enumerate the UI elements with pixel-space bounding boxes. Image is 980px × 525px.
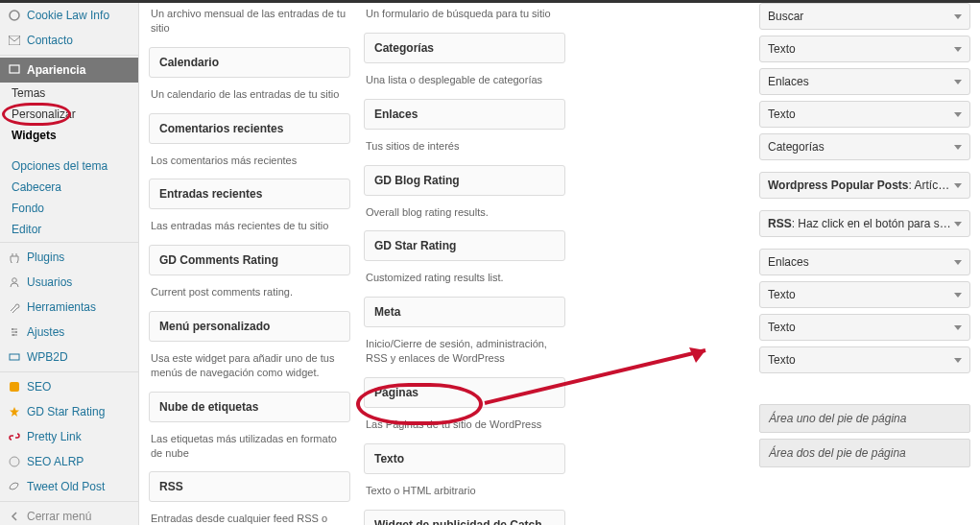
sidebar-item-seoalrp[interactable]: SEO ALRP (0, 449, 138, 474)
chevron-down-icon (954, 293, 962, 298)
sidebar-label: Herramientas (27, 300, 96, 314)
main-content: Un archivo mensual de las entradas de tu… (139, 3, 980, 525)
placed-widget-label: Texto (768, 288, 796, 301)
available-widget-l7[interactable]: RSS (149, 471, 350, 502)
widget-desc: Entradas desde cualquier feed RSS o Atom (149, 508, 350, 525)
admin-sidebar: Cookie Law Info Contacto Apariencia Tema… (0, 3, 139, 525)
available-widget-r5[interactable]: Meta (364, 297, 565, 327)
chevron-down-icon (954, 14, 962, 19)
widget-desc: Current post comments rating. (149, 281, 350, 311)
sidebar-sub-fondo[interactable]: Fondo (0, 198, 138, 219)
widget-desc: Las entradas más recientes de tu sitio (149, 215, 350, 245)
sidebar-item-usuarios[interactable]: Usuarios (0, 270, 138, 295)
svg-rect-2 (10, 65, 19, 73)
sidebar-item-tweet[interactable]: Tweet Old Post (0, 474, 138, 499)
sidebar-label: Pretty Link (27, 430, 82, 443)
footer-widget-area-1[interactable]: Área dos del pie de página (759, 439, 970, 467)
svg-point-5 (15, 331, 17, 333)
widget-title: Enlaces (374, 107, 555, 121)
sidebar-sub-opciones-tema[interactable]: Opciones del tema (0, 155, 138, 177)
placed-widget-10[interactable]: Texto (759, 346, 970, 373)
sidebar-sub-widgets[interactable]: Widgets (0, 125, 138, 146)
placed-widget-7[interactable]: Enlaces (759, 249, 970, 275)
placed-widget-label: Texto (768, 42, 796, 56)
svg-marker-9 (10, 407, 19, 417)
sidebar-item-contacto[interactable]: Contacto (0, 28, 138, 53)
widget-desc: Inicio/Cierre de sesión, administración,… (364, 333, 565, 377)
available-widget-r3[interactable]: GD Blog Rating (364, 165, 565, 196)
chevron-down-icon (954, 145, 962, 150)
seo-icon (8, 380, 21, 394)
available-widget-r7[interactable]: Texto (364, 443, 565, 474)
collapse-menu[interactable]: Cerrar menú (0, 504, 138, 525)
wpb2d-icon (8, 350, 21, 364)
placed-widget-8[interactable]: Texto (759, 281, 970, 308)
placed-widget-label: Categorías (768, 140, 825, 154)
widget-desc: Un calendario de las entradas de tu siti… (149, 84, 350, 113)
sidebar-sub-personalizar[interactable]: Personalizar (0, 104, 138, 125)
cookie-icon (8, 9, 21, 22)
chevron-down-icon (954, 222, 962, 227)
tools-icon (8, 300, 21, 314)
placed-widget-2[interactable]: Enlaces (759, 68, 970, 95)
available-widget-r1[interactable]: Categorías (364, 33, 565, 63)
sidebar-sub-temas[interactable]: Temas (0, 83, 138, 104)
contact-icon (8, 34, 21, 47)
available-widget-r2[interactable]: Enlaces (364, 99, 565, 130)
svg-point-4 (12, 328, 13, 330)
widget-desc: Las Páginas de tu sitio de WordPress (364, 414, 565, 443)
sidebar-sub-editor[interactable]: Editor (0, 219, 138, 240)
available-widget-r4[interactable]: GD Star Rating (364, 230, 565, 261)
sidebar-item-seo[interactable]: SEO (0, 374, 138, 399)
appearance-icon (8, 63, 21, 77)
svg-point-10 (10, 457, 19, 466)
sidebar-label: Apariencia (27, 63, 85, 77)
widget-title: GD Comments Rating (159, 253, 340, 267)
available-widget-r6[interactable]: Páginas (364, 377, 565, 408)
sidebar-label: Contacto (27, 34, 73, 47)
svg-point-6 (12, 334, 14, 336)
sidebar-item-apariencia[interactable]: Apariencia (0, 58, 138, 83)
sidebar-item-herramientas[interactable]: Herramientas (0, 295, 138, 320)
sidebar-item-ajustes[interactable]: Ajustes (0, 320, 138, 345)
available-widget-l4[interactable]: GD Comments Rating (149, 245, 350, 275)
sidebar-label: Cookie Law Info (27, 9, 109, 22)
widget-title: Texto (374, 452, 555, 465)
available-widget-l5[interactable]: Menú personalizado (149, 311, 350, 342)
available-widget-l1[interactable]: Calendario (149, 47, 350, 78)
sidebar-label: SEO (27, 380, 51, 394)
widget-desc: Customized rating results list. (364, 267, 565, 297)
sidebar-label: Usuarios (27, 275, 72, 289)
footer-widget-area-0[interactable]: Área uno del pie de página (759, 404, 970, 433)
svg-point-3 (12, 278, 17, 283)
widget-desc: Los comentarios más recientes (149, 150, 350, 179)
sidebar-item-plugins[interactable]: Plugins (0, 245, 138, 270)
placed-widget-1[interactable]: Texto (759, 36, 970, 62)
placed-widget-0[interactable]: Buscar (759, 3, 970, 30)
sidebar-item-gdstar[interactable]: GD Star Rating (0, 399, 138, 424)
available-widget-l6[interactable]: Nube de etiquetas (149, 392, 350, 422)
placed-widget-4[interactable]: Categorías (759, 133, 970, 160)
widget-title: RSS (159, 480, 340, 493)
placed-widget-9[interactable]: Texto (759, 314, 970, 341)
chevron-down-icon (954, 47, 962, 52)
sidebar-item-wpb2d[interactable]: WPB2D (0, 345, 138, 370)
sidebar-sub-cabecera[interactable]: Cabecera (0, 177, 138, 198)
sidebar-label: WPB2D (27, 350, 68, 364)
available-widget-r8[interactable]: Widget de publicidad de Catch Box (364, 510, 565, 525)
available-widget-l2[interactable]: Comentarios recientes (149, 113, 350, 144)
svg-rect-7 (10, 354, 19, 360)
placed-widget-3[interactable]: Texto (759, 101, 970, 128)
sidebar-item-prettylink[interactable]: Pretty Link (0, 424, 138, 449)
placed-widget-label: Enlaces (768, 255, 809, 269)
placed-widget-5[interactable]: Wordpress Popular Posts: Artículos m (759, 172, 970, 199)
sidebar-item-cookie[interactable]: Cookie Law Info (0, 3, 138, 28)
available-widget-l3[interactable]: Entradas recientes (149, 179, 350, 209)
placed-widget-label: Enlaces (768, 75, 809, 88)
active-sidebar-widgets: BuscarTextoEnlacesTextoCategoríasWordpre… (759, 3, 970, 525)
widget-title: Calendario (159, 56, 340, 69)
chevron-down-icon (954, 183, 962, 188)
available-widgets: Un archivo mensual de las entradas de tu… (149, 3, 565, 525)
sidebar-label: GD Star Rating (27, 405, 105, 418)
placed-widget-6[interactable]: RSS: Haz click en el botón para suscrit (759, 210, 970, 237)
